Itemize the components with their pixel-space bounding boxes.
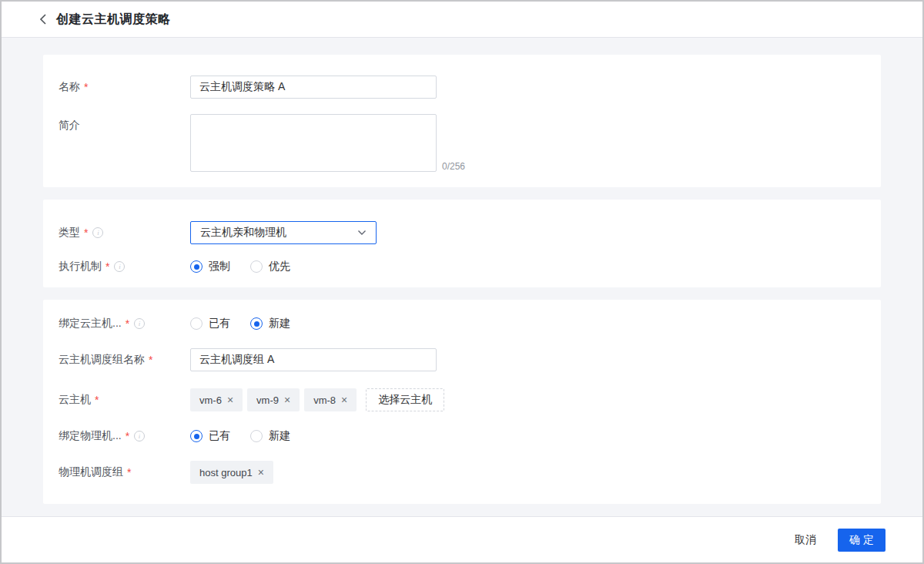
vm-group-name-input[interactable] [190, 348, 437, 371]
bind-vm-group-row: 绑定云主机... * i 已有 新建 [59, 317, 865, 331]
intro-label: 简介 [59, 114, 190, 133]
required-asterisk: * [127, 466, 131, 478]
bind-vm-group-label: 绑定云主机... * i [59, 317, 190, 331]
select-vm-button[interactable]: 选择云主机 [366, 388, 444, 411]
name-input[interactable] [190, 76, 437, 99]
radio-vm-existing[interactable]: 已有 [190, 317, 230, 331]
vm-tag: vm-9 × [247, 388, 300, 411]
radio-icon [250, 317, 263, 330]
radio-mandatory[interactable]: 强制 [190, 260, 230, 274]
bind-host-group-radio-group: 已有 新建 [190, 429, 290, 443]
vm-group-name-row: 云主机调度组名称 * [59, 348, 865, 371]
required-asterisk: * [149, 354, 152, 366]
host-group-tag-list: host group1 × [190, 461, 273, 484]
vm-tag: vm-8 × [304, 388, 357, 411]
host-group-row: 物理机调度组 * host group1 × [59, 461, 865, 484]
vms-row: 云主机 * vm-6 × vm-9 × vm-8 × [59, 388, 865, 411]
info-icon[interactable]: i [92, 227, 103, 238]
bind-vm-group-radio-group: 已有 新建 [190, 317, 290, 331]
radio-icon [190, 260, 203, 273]
mechanism-row: 执行机制 * i 强制 优先 [59, 260, 865, 274]
info-icon[interactable]: i [114, 261, 125, 272]
create-scheduling-policy-page: 创建云主机调度策略 名称 * 简介 0/256 [0, 0, 924, 564]
name-label: 名称 * [59, 80, 190, 94]
chevron-down-icon [357, 230, 367, 236]
confirm-button[interactable]: 确 定 [838, 529, 886, 552]
required-asterisk: * [95, 394, 99, 406]
radio-vm-new[interactable]: 新建 [250, 317, 290, 331]
vm-group-name-label: 云主机调度组名称 * [59, 353, 190, 367]
binding-card: 绑定云主机... * i 已有 新建 云主机调度组 [43, 300, 881, 504]
type-row: 类型 * i 云主机亲和物理机 [59, 221, 865, 244]
required-asterisk: * [84, 81, 88, 93]
mechanism-radio-group: 强制 优先 [190, 260, 290, 274]
intro-field: 0/256 [190, 114, 465, 172]
back-icon[interactable] [36, 12, 50, 26]
basic-info-card: 名称 * 简介 0/256 [43, 55, 881, 187]
name-row: 名称 * [59, 76, 865, 99]
page-title: 创建云主机调度策略 [56, 12, 171, 28]
required-asterisk: * [126, 317, 129, 330]
type-select-value: 云主机亲和物理机 [200, 226, 286, 240]
form-content: 名称 * 简介 0/256 类型 * i [2, 38, 922, 516]
required-asterisk: * [126, 430, 129, 442]
radio-icon [250, 430, 263, 442]
radio-icon [190, 317, 203, 330]
info-icon[interactable]: i [134, 431, 145, 441]
radio-preferred[interactable]: 优先 [250, 260, 290, 274]
radio-icon [250, 260, 263, 273]
tag-close-icon[interactable]: × [227, 394, 233, 405]
vm-tag-list: vm-6 × vm-9 × vm-8 × 选择云主机 [190, 388, 444, 411]
footer-action-bar: 取消 确 定 [2, 516, 922, 562]
type-card: 类型 * i 云主机亲和物理机 执行机制 * i [43, 200, 881, 287]
char-counter: 0/256 [442, 161, 465, 172]
type-select[interactable]: 云主机亲和物理机 [190, 221, 377, 244]
radio-host-new[interactable]: 新建 [250, 429, 290, 443]
intro-textarea[interactable] [190, 114, 437, 172]
type-label: 类型 * i [59, 226, 190, 240]
cancel-button[interactable]: 取消 [795, 533, 816, 547]
vm-tag: vm-6 × [190, 388, 243, 411]
tag-close-icon[interactable]: × [284, 394, 290, 405]
mechanism-label: 执行机制 * i [59, 260, 190, 274]
required-asterisk: * [105, 260, 109, 273]
bind-host-group-row: 绑定物理机... * i 已有 新建 [59, 429, 865, 443]
radio-host-existing[interactable]: 已有 [190, 429, 230, 443]
info-icon[interactable]: i [134, 318, 145, 329]
required-asterisk: * [84, 227, 88, 239]
bind-host-group-label: 绑定物理机... * i [59, 429, 190, 443]
tag-close-icon[interactable]: × [341, 394, 347, 405]
page-header: 创建云主机调度策略 [2, 2, 922, 38]
intro-row: 简介 0/256 [59, 114, 865, 172]
host-group-label: 物理机调度组 * [59, 465, 190, 479]
host-group-tag: host group1 × [190, 461, 273, 484]
vms-label: 云主机 * [59, 393, 190, 407]
tag-close-icon[interactable]: × [258, 467, 264, 478]
radio-icon [190, 430, 203, 442]
